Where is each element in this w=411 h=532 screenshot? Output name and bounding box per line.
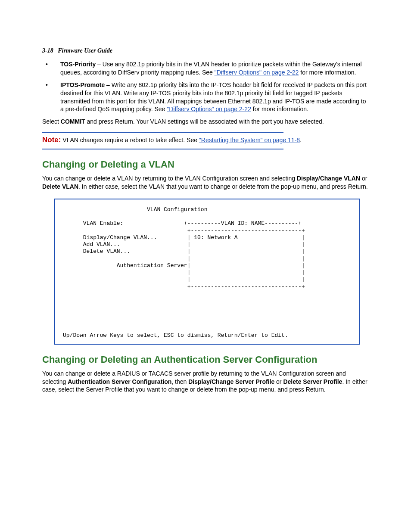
bullet-marker: • [42,81,60,114]
term-commit: COMMIT [61,118,85,125]
note-label: Note: [42,136,61,144]
note-rule-bottom [42,149,283,149]
bullet-tos-priority: • TOS-Priority – Use any 802.1p priority… [42,60,369,77]
heading-changing-deleting-vlan: Changing or Deleting a VLAN [42,159,369,170]
bullet-text: IPTOS-Promote – Write any 802.1p priorit… [60,81,369,114]
bullet-iptos-promote: • IPTOS-Promote – Write any 802.1p prior… [42,81,369,114]
terminal-vlan-config: VLAN Configuration VLAN Enable: +-------… [54,199,360,345]
bullet-marker: • [42,60,60,77]
guide-title: Firmware User Guide [58,47,112,54]
bullet-text: TOS-Priority – Use any 802.1p priority b… [60,60,369,77]
page-header: 3-18 Firmware User Guide [42,47,369,54]
term-delete-vlan: Delete VLAN [42,183,78,190]
note-block: Note: VLAN changes require a reboot to t… [42,132,369,149]
term-display-change-vlan: Display/Change VLAN [297,175,360,182]
page-number: 3-18 [42,47,53,54]
term-auth-server-config: Authentication Server Configuration [68,378,171,385]
link-restarting-system[interactable]: "Restarting the System" on page 11-8 [199,137,300,143]
term-iptos-promote: IPTOS-Promote [60,81,105,88]
term-display-change-server-profile: Display/Change Server Profile [188,378,274,385]
note-content: Note: VLAN changes require a reboot to t… [42,133,369,146]
section2-paragraph: You can change or delete a RADIUS or TAC… [42,370,369,394]
document-page: 3-18 Firmware User Guide • TOS-Priority … [0,0,411,532]
heading-changing-deleting-auth-server: Changing or Deleting an Authentication S… [42,354,369,365]
link-diffserv-options-2[interactable]: "Diffserv Options" on page 2-22 [167,106,251,112]
link-diffserv-options-1[interactable]: "Diffserv Options" on page 2-22 [215,69,299,76]
commit-paragraph: Select COMMIT and press Return. Your VLA… [42,118,369,126]
term-tos-priority: TOS-Priority [60,61,96,68]
section1-paragraph: You can change or delete a VLAN by retur… [42,174,369,191]
term-delete-server-profile: Delete Server Profile [283,378,342,385]
